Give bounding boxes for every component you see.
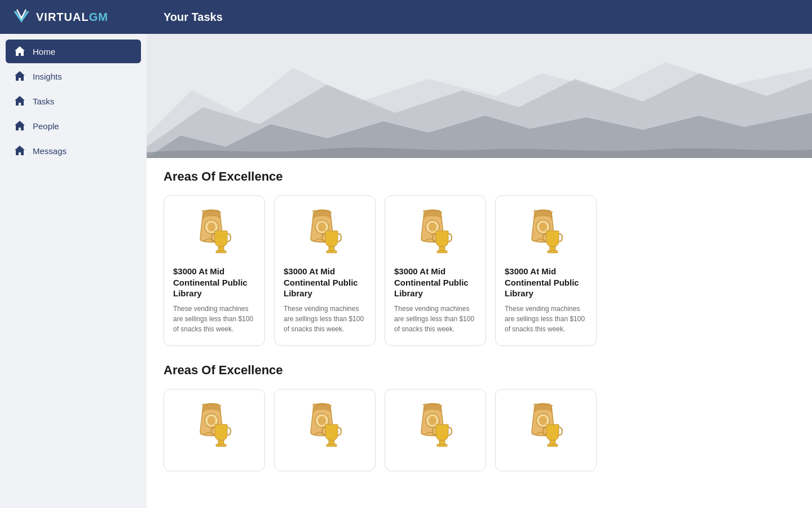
svg-rect-18 [548, 251, 558, 253]
sidebar: Home Insights Tasks [0, 34, 147, 508]
card-4-icon-area [505, 207, 587, 258]
card-5-icon-area [173, 401, 255, 452]
svg-rect-29 [439, 440, 445, 444]
sidebar-item-insights-label: Insights [33, 72, 62, 81]
home-icon [14, 45, 26, 58]
card-1-icon-area [173, 207, 255, 258]
card-7-icon-area [394, 401, 476, 452]
svg-rect-4 [218, 247, 224, 251]
cards-row-2 [164, 389, 795, 471]
svg-rect-25 [329, 440, 334, 444]
snack-trophy-icon-2 [299, 207, 350, 258]
excellence-card-1[interactable]: $3000 At Mid Continental Public Library … [164, 195, 265, 346]
svg-point-32 [539, 416, 547, 425]
card-4-title: $3000 At Mid Continental Public Library [505, 266, 587, 299]
svg-rect-10 [326, 251, 337, 253]
card-3-icon-area [394, 207, 476, 258]
card-2-desc: These vending machines are sellings less… [284, 304, 366, 334]
sidebar-item-people-label: People [33, 121, 59, 131]
insights-icon [14, 70, 26, 82]
messages-icon [14, 144, 26, 157]
svg-point-3 [208, 222, 215, 231]
sidebar-item-home-label: Home [33, 47, 55, 56]
svg-point-8 [318, 222, 326, 231]
card-1-title: $3000 At Mid Continental Public Library [173, 266, 255, 299]
snack-trophy-icon-4 [520, 207, 571, 258]
card-2-icon-area [284, 207, 366, 258]
excellence-card-5[interactable] [164, 389, 265, 471]
section-excellence-2: Areas Of Excellence [164, 363, 795, 471]
main-content: Areas Of Excellence [147, 34, 812, 508]
svg-rect-5 [216, 251, 226, 253]
excellence-card-4[interactable]: $3000 At Mid Continental Public Library … [495, 195, 597, 346]
card-6-icon-area [284, 401, 366, 452]
snack-trophy-icon-5 [189, 401, 240, 452]
logo-icon [11, 7, 32, 27]
banner [147, 34, 812, 158]
card-3-title: $3000 At Mid Continental Public Library [394, 266, 476, 299]
svg-rect-33 [550, 440, 555, 444]
tasks-icon [14, 95, 26, 107]
card-3-desc: These vending machines are sellings less… [394, 304, 476, 334]
svg-rect-26 [326, 444, 337, 446]
sidebar-item-insights[interactable]: Insights [6, 64, 141, 88]
svg-rect-22 [216, 444, 226, 446]
svg-rect-21 [218, 440, 224, 444]
people-icon [14, 120, 26, 132]
excellence-card-2[interactable]: $3000 At Mid Continental Public Library … [274, 195, 376, 346]
content-area: Areas Of Excellence [147, 158, 812, 500]
svg-point-28 [429, 416, 436, 425]
sidebar-item-people[interactable]: People [6, 114, 141, 138]
header: VIRTUALGM Your Tasks [0, 0, 812, 34]
sidebar-item-tasks-label: Tasks [33, 97, 54, 106]
snack-trophy-icon-6 [299, 401, 350, 452]
svg-rect-17 [550, 247, 555, 251]
svg-rect-14 [437, 251, 447, 253]
snack-trophy-icon-7 [410, 401, 461, 452]
svg-point-12 [429, 222, 436, 231]
excellence-card-6[interactable] [274, 389, 376, 471]
logo-area: VIRTUALGM [11, 7, 158, 27]
svg-point-20 [208, 416, 215, 425]
snack-trophy-icon-3 [410, 207, 461, 258]
sidebar-item-tasks[interactable]: Tasks [6, 89, 141, 113]
snack-trophy-icon-1 [189, 207, 240, 258]
layout: Home Insights Tasks [0, 34, 812, 508]
svg-rect-9 [329, 247, 334, 251]
card-1-desc: These vending machines are sellings less… [173, 304, 255, 334]
svg-rect-13 [439, 247, 445, 251]
excellence-card-8[interactable] [495, 389, 597, 471]
sidebar-item-home[interactable]: Home [6, 40, 141, 63]
logo-text: VIRTUALGM [36, 11, 108, 24]
sidebar-item-messages[interactable]: Messags [6, 139, 141, 163]
section-2-title: Areas Of Excellence [164, 363, 795, 378]
svg-point-16 [539, 222, 547, 231]
excellence-card-3[interactable]: $3000 At Mid Continental Public Library … [385, 195, 486, 346]
cards-row-1: $3000 At Mid Continental Public Library … [164, 195, 795, 346]
svg-rect-34 [548, 444, 558, 446]
card-8-icon-area [505, 401, 587, 452]
sidebar-item-messages-label: Messags [33, 146, 67, 156]
section-excellence-1: Areas Of Excellence [164, 169, 795, 346]
page-title: Your Tasks [164, 11, 223, 24]
svg-rect-30 [437, 444, 447, 446]
snack-trophy-icon-8 [520, 401, 571, 452]
mountain-banner [147, 34, 812, 158]
card-2-title: $3000 At Mid Continental Public Library [284, 266, 366, 299]
excellence-card-7[interactable] [385, 389, 486, 471]
section-1-title: Areas Of Excellence [164, 169, 795, 184]
svg-point-24 [318, 416, 326, 425]
card-4-desc: These vending machines are sellings less… [505, 304, 587, 334]
